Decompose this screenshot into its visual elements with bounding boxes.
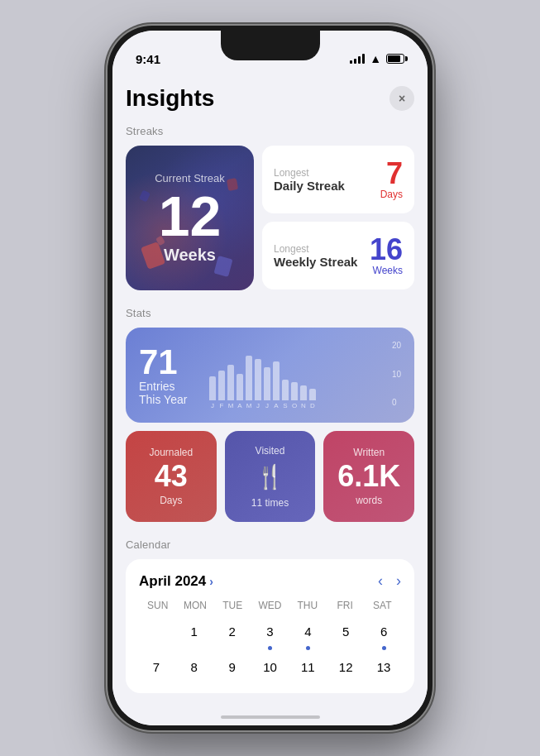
entries-sublabel: This Year	[139, 393, 209, 406]
stats-section: Stats 71 Entries This Year 20 10 0	[126, 307, 414, 522]
chart-x-label: O	[291, 402, 298, 409]
streaks-section: Streaks Current Streak 12 Weeks	[126, 125, 414, 290]
chart-y-10: 10	[392, 370, 401, 379]
chart-bars	[209, 341, 401, 400]
calendar-cell[interactable]: 3	[253, 618, 288, 650]
stats-small-cards: Journaled 43 Days Visited 🍴 11 times Wri…	[126, 431, 414, 522]
calendar-date[interactable]: 2	[219, 618, 246, 644]
stats-label: Stats	[126, 307, 414, 319]
phone-screen: 9:41 ▲ Insights ×	[112, 31, 428, 725]
journaled-bottom-label: Days	[160, 495, 182, 506]
visited-top-label: Visited	[256, 445, 285, 457]
calendar-label: Calendar	[126, 538, 414, 551]
written-card: Written 6.1K words	[323, 431, 414, 522]
status-icons: ▲	[350, 52, 404, 65]
close-icon: ×	[399, 92, 405, 105]
calendar-cell[interactable]: 9	[215, 653, 250, 680]
chart-x-label: D	[309, 402, 316, 409]
visited-bottom-label: 11 times	[251, 497, 289, 509]
visited-card: Visited 🍴 11 times	[225, 431, 316, 522]
page-header: Insights ×	[126, 75, 414, 125]
calendar-date[interactable]: 6	[370, 618, 397, 644]
written-value: 6.1K	[337, 462, 400, 491]
calendar-month-text: April 2024	[139, 573, 206, 590]
chart-x-label: J	[209, 402, 216, 409]
calendar-cell[interactable]: 11	[290, 653, 325, 680]
written-bottom-label: words	[356, 495, 382, 506]
calendar-cell[interactable]: 12	[328, 653, 363, 680]
calendar-entry-dot	[268, 646, 272, 650]
content-area: Insights × Streaks	[112, 75, 428, 725]
streak-stats: Longest Daily Streak 7 Days Longest	[262, 146, 414, 290]
written-top-label: Written	[353, 447, 385, 458]
calendar-date[interactable]: 1	[181, 618, 208, 644]
phone-frame: 9:41 ▲ Insights ×	[108, 26, 432, 730]
longest-daily-info: Longest Daily Streak	[274, 167, 345, 193]
streaks-label: Streaks	[126, 125, 414, 137]
current-streak-label: Current Streak	[155, 172, 225, 184]
calendar-cell[interactable]: 4	[290, 618, 325, 650]
chart-x-label: S	[282, 402, 289, 409]
calendar-cell[interactable]: 10	[253, 653, 288, 680]
streaks-row: Current Streak 12 Weeks Longest Daily St…	[126, 146, 414, 290]
longest-daily-card: Longest Daily Streak 7 Days	[262, 146, 414, 213]
calendar-cell[interactable]: 5	[328, 618, 363, 650]
entries-number: 71	[139, 345, 209, 380]
calendar-day-label: FRI	[326, 600, 363, 611]
chart-x-label: M	[246, 402, 252, 409]
entries-label: Entries	[139, 380, 209, 393]
chevron-right-icon[interactable]: ›	[209, 575, 213, 588]
chart-bar	[227, 365, 234, 400]
chart-x-label: J	[264, 402, 270, 409]
chart-x-label: A	[273, 402, 280, 409]
calendar-cell[interactable]: 8	[177, 653, 212, 680]
longest-daily-light: Longest	[274, 167, 345, 179]
calendar-day-label: SUN	[139, 600, 176, 611]
calendar-entry-dot	[382, 646, 386, 650]
close-button[interactable]: ×	[389, 86, 414, 111]
calendar-date[interactable]: 9	[219, 653, 246, 680]
status-time: 9:41	[136, 52, 160, 66]
calendar-month: April 2024 ›	[139, 573, 213, 590]
chart-bar	[246, 356, 252, 400]
calendar-card: April 2024 › ‹ › SUNMONTUEWEDTHUFRISAT 1…	[126, 559, 414, 693]
journaled-card: Journaled 43 Days	[126, 431, 217, 522]
longest-daily-value: 7 Days	[380, 159, 403, 200]
chart-y-20: 20	[392, 341, 401, 350]
calendar-date[interactable]: 12	[332, 653, 359, 680]
calendar-cell	[139, 618, 174, 650]
current-streak-card: Current Streak 12 Weeks	[126, 146, 254, 290]
home-indicator	[221, 715, 320, 719]
calendar-date[interactable]: 8	[181, 653, 208, 680]
calendar-date[interactable]: 13	[370, 653, 397, 680]
calendar-cell[interactable]: 7	[139, 653, 174, 680]
calendar-date[interactable]: 10	[256, 653, 283, 680]
calendar-date[interactable]: 11	[294, 653, 321, 680]
longest-daily-unit: Days	[380, 189, 403, 200]
chart-x-label: M	[227, 402, 234, 409]
calendar-section: Calendar April 2024 › ‹ › SUNMONTUEWEDTH…	[126, 538, 414, 693]
calendar-date[interactable]: 4	[294, 618, 321, 644]
calendar-date[interactable]: 3	[256, 618, 283, 644]
calendar-cell[interactable]: 1	[177, 618, 212, 650]
chart-x-label: A	[237, 402, 243, 409]
calendar-date[interactable]: 5	[332, 618, 359, 644]
calendar-cell[interactable]: 6	[366, 618, 401, 650]
longest-weekly-bold: Weekly Streak	[274, 255, 357, 269]
longest-weekly-info: Longest Weekly Streak	[274, 243, 357, 269]
status-bar: 9:41 ▲	[112, 31, 428, 75]
calendar-entry-dot	[306, 646, 310, 650]
calendar-nav: ‹ ›	[378, 572, 401, 590]
calendar-cell[interactable]: 2	[215, 618, 250, 650]
longest-weekly-number: 16	[370, 235, 403, 265]
calendar-prev-button[interactable]: ‹	[378, 572, 383, 590]
chart-y-0: 0	[392, 398, 401, 407]
longest-daily-number: 7	[386, 159, 403, 189]
stats-main-card: 71 Entries This Year 20 10 0 JFMAMJJASON…	[126, 328, 414, 423]
calendar-day-label: WED	[251, 600, 289, 611]
chart-bar	[218, 371, 225, 400]
calendar-date[interactable]: 7	[143, 653, 170, 680]
calendar-next-button[interactable]: ›	[396, 572, 401, 590]
battery-icon	[386, 54, 404, 64]
calendar-cell[interactable]: 13	[366, 653, 401, 680]
